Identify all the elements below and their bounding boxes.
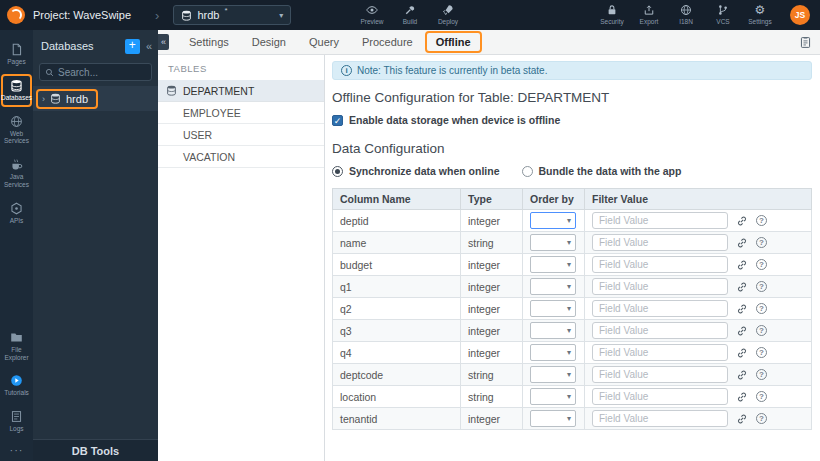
chevron-down-icon: ▾ [567,392,571,401]
help-icon[interactable]: ? [756,413,767,424]
bind-icon[interactable] [736,391,748,403]
table-icon [166,85,177,96]
column-name-cell: name [333,232,461,254]
panel-toggle-icon[interactable] [799,36,812,49]
order-by-select[interactable]: ▾ [530,344,576,361]
table-item-employee[interactable]: EMPLOYEE [158,102,324,124]
filter-value-input[interactable] [592,366,728,383]
bind-icon[interactable] [736,303,748,315]
table-row: budget integer ▾ ? [333,254,812,276]
topbar-center-actions: Preview Build Deploy [357,0,463,30]
settings-button[interactable]: ⚙ Settings [745,4,775,26]
vcs-button[interactable]: VCS [708,4,738,26]
filter-value-input[interactable] [592,234,728,251]
filter-value-input[interactable] [592,344,728,361]
order-by-select[interactable]: ▾ [530,234,576,251]
search-icon [45,68,54,77]
order-by-select[interactable]: ▾ [530,410,576,427]
sidebar-item-web-services[interactable]: Web Services [1,110,32,151]
bind-icon[interactable] [736,325,748,337]
chevron-down-icon: ▾ [279,11,283,20]
beta-note-banner: i Note: This feature is currently in bet… [332,61,812,80]
help-icon[interactable]: ? [756,347,767,358]
filter-value-input[interactable] [592,278,728,295]
help-icon[interactable]: ? [756,281,767,292]
sidebar-item-databases[interactable]: Databases [1,74,32,107]
help-icon[interactable]: ? [756,259,767,270]
collapse-panel-icon[interactable]: « [146,40,152,52]
table-row: name string ▾ ? [333,232,812,254]
order-by-select[interactable]: ▾ [530,212,576,229]
preview-button[interactable]: Preview [357,4,387,26]
page-title: Offline Configuration for Table: DEPARTM… [332,90,812,105]
db-tools-button[interactable]: DB Tools [33,439,158,461]
filter-value-input[interactable] [592,256,728,273]
bind-icon[interactable] [736,215,748,227]
deploy-button[interactable]: Deploy [433,4,463,26]
enable-offline-checkbox[interactable]: ✓ [332,115,343,126]
tab-query[interactable]: Query [298,31,350,53]
synchronize-radio[interactable] [332,166,343,177]
order-by-select[interactable]: ▾ [530,388,576,405]
tab-procedure[interactable]: Procedure [351,31,424,53]
bind-icon[interactable] [736,347,748,359]
help-icon[interactable]: ? [756,325,767,336]
bind-icon[interactable] [736,281,748,293]
offline-config-table: Column Name Type Order by Filter Value d… [332,188,812,430]
app-logo-icon[interactable] [7,6,25,24]
tab-settings[interactable]: Settings [178,31,240,53]
database-search-box[interactable] [39,63,152,81]
bind-icon[interactable] [736,413,748,425]
chevron-right-icon: › [155,8,159,23]
table-item-user[interactable]: USER [158,124,324,146]
table-item-department[interactable]: DEPARTMENT [158,80,324,102]
i18n-button[interactable]: I18N [671,4,701,26]
order-by-select[interactable]: ▾ [530,366,576,383]
database-list-item-hrdb[interactable]: › hrdb [33,86,158,111]
order-by-select[interactable]: ▾ [530,278,576,295]
chevron-right-icon[interactable]: › [42,94,45,104]
table-row: location string ▾ ? [333,386,812,408]
bundle-radio[interactable] [522,166,533,177]
sidebar-item-logs[interactable]: Logs [1,405,32,438]
filter-value-input[interactable] [592,212,728,229]
collapse-db-panel-button[interactable]: « [158,34,169,50]
security-button[interactable]: Security [597,4,627,26]
bind-icon[interactable] [736,369,748,381]
help-icon[interactable]: ? [756,391,767,402]
order-by-select[interactable]: ▾ [530,256,576,273]
help-icon[interactable]: ? [756,369,767,380]
tab-offline[interactable]: Offline [425,31,482,53]
order-by-select[interactable]: ▾ [530,300,576,317]
table-item-vacation[interactable]: VACATION [158,146,324,168]
more-menu-icon[interactable]: ··· [10,441,24,459]
export-button[interactable]: Export [634,4,664,26]
section-title: Data Configuration [332,141,812,156]
sidebar-item-pages[interactable]: Pages [1,38,32,71]
search-input[interactable] [58,67,150,78]
tab-design[interactable]: Design [241,31,297,53]
help-icon[interactable]: ? [756,215,767,226]
filter-value-input[interactable] [592,300,728,317]
filter-value-input[interactable] [592,410,728,427]
filter-value-input[interactable] [592,322,728,339]
filter-value-input[interactable] [592,388,728,405]
user-avatar[interactable]: JS [790,5,810,25]
build-button[interactable]: Build [395,4,425,26]
column-name-cell: location [333,386,461,408]
database-selector-dropdown[interactable]: hrdb * ▾ [173,5,291,25]
column-name-cell: q3 [333,320,461,342]
branch-icon [717,4,729,16]
help-icon[interactable]: ? [756,303,767,314]
bind-icon[interactable] [736,259,748,271]
help-icon[interactable]: ? [756,237,767,248]
bind-icon[interactable] [736,237,748,249]
sidebar-item-java-services[interactable]: Java Services [1,153,32,194]
sidebar-item-apis[interactable]: APIs [1,197,32,230]
column-name-cell: tenantid [333,408,461,430]
sidebar-item-tutorials[interactable]: Tutorials [1,369,32,402]
order-by-select[interactable]: ▾ [530,322,576,339]
offline-config-pane: i Note: This feature is currently in bet… [325,55,820,461]
sidebar-item-file-explorer[interactable]: File Explorer [1,326,32,367]
add-database-button[interactable]: + [125,39,140,54]
